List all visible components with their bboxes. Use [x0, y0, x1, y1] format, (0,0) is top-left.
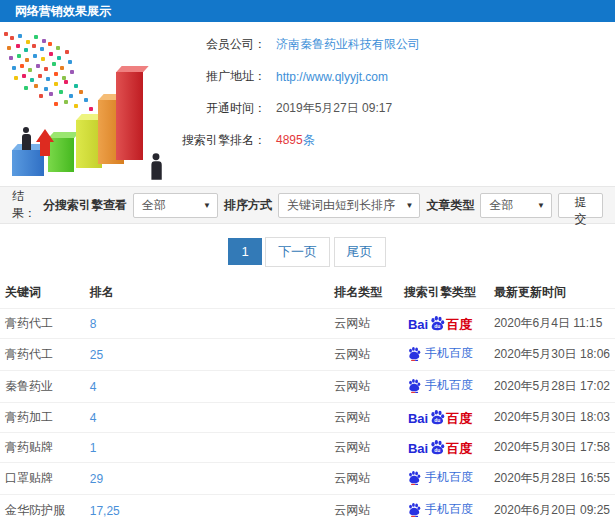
- opened-label: 开通时间：: [178, 100, 266, 117]
- table-row[interactable]: 金华防护服 17,25 云网站 Baidu百度 手机百度 2020年6月20日 …: [0, 495, 615, 520]
- rank-type-cell: 云网站: [329, 463, 391, 495]
- rank-type-cell: 云网站: [329, 433, 391, 463]
- svg-text:du: du: [434, 447, 440, 453]
- engine-type-cell: Baidu百度 手机百度: [391, 371, 489, 403]
- url-label: 推广地址：: [178, 68, 266, 85]
- sort-filter-value: 关键词由短到长排序: [287, 197, 395, 214]
- opened-value: 2019年5月27日 09:17: [276, 100, 392, 117]
- svg-text:du: du: [434, 323, 440, 329]
- engine-type-cell: Baidu百度 手机百度: [391, 309, 489, 339]
- keyword-cell: 膏药代工: [0, 339, 85, 371]
- rank-type-cell: 云网站: [329, 495, 391, 520]
- bar-chart-illustration: [0, 30, 178, 180]
- results-label: 结果：: [12, 188, 43, 222]
- rank-cell[interactable]: 4: [85, 371, 329, 403]
- company-link[interactable]: 济南秦鲁药业科技有限公司: [276, 36, 420, 53]
- chart-bar-red: [116, 72, 143, 160]
- mobile-baidu-badge: 手机百度: [407, 345, 473, 362]
- page-title: 网络营销效果展示: [0, 0, 615, 22]
- table-row[interactable]: 膏药代工 25 云网站 Baidu百度 手机百度 2020年5月30日 18:0…: [0, 339, 615, 371]
- mobile-baidu-badge: 手机百度: [407, 501, 473, 518]
- growth-arrow-icon: [36, 129, 54, 142]
- rank-cell[interactable]: 4: [85, 403, 329, 433]
- rank-count-number: 4895: [276, 133, 303, 147]
- promotion-url-link[interactable]: http://www.qlyyjt.com: [276, 70, 388, 84]
- rank-cell[interactable]: 1: [85, 433, 329, 463]
- sort-filter-select[interactable]: 关键词由短到长排序 ▼: [278, 193, 420, 218]
- keyword-cell: 金华防护服: [0, 495, 85, 520]
- engine-type-cell: Baidu百度 手机百度: [391, 403, 489, 433]
- chevron-down-icon: ▼: [406, 201, 414, 210]
- header-updated: 最新更新时间: [489, 277, 615, 309]
- rank-count-unit: 条: [303, 133, 315, 147]
- businessman-figure-left: [20, 127, 32, 150]
- article-filter-select[interactable]: 全部 ▼: [480, 193, 552, 218]
- last-page-button[interactable]: 尾页: [334, 237, 386, 267]
- keyword-cell: 膏药代工: [0, 309, 85, 339]
- engine-type-cell: Baidu百度 手机百度: [391, 339, 489, 371]
- info-row-url: 推广地址： http://www.qlyyjt.com: [178, 68, 615, 85]
- baidu-paw-icon: [407, 470, 421, 485]
- rank-type-cell: 云网站: [329, 309, 391, 339]
- updated-cell: 2020年5月30日 18:06: [489, 339, 615, 371]
- info-row-rank-count: 搜索引擎排名： 4895条: [178, 132, 615, 149]
- rank-cell[interactable]: 25: [85, 339, 329, 371]
- header-engine-type: 搜索引擎类型: [391, 277, 489, 309]
- engine-type-cell: Baidu百度 手机百度: [391, 495, 489, 520]
- rank-count-label: 搜索引擎排名：: [178, 132, 266, 149]
- marketing-report-page: 网络营销效果展示 会员公司： 济南秦鲁药业科技有限公司 推广地址：: [0, 0, 615, 520]
- chevron-down-icon: ▼: [203, 201, 211, 210]
- info-row-company: 会员公司： 济南秦鲁药业科技有限公司: [178, 36, 615, 53]
- table-row[interactable]: 口罩贴牌 29 云网站 Baidu百度 手机百度 2020年5月28日 16:5…: [0, 463, 615, 495]
- rank-cell[interactable]: 17,25: [85, 495, 329, 520]
- baidu-paw-icon: [407, 346, 421, 361]
- rank-cell[interactable]: 29: [85, 463, 329, 495]
- table-row[interactable]: 膏药代工 8 云网站 Baidu百度 手机百度 2020年6月4日 11:15: [0, 309, 615, 339]
- results-filter-bar: 结果： 分搜索引擎查看 全部 ▼ 排序方式 关键词由短到长排序 ▼ 文章类型 全…: [0, 186, 615, 224]
- keyword-cell: 秦鲁药业: [0, 371, 85, 403]
- baidu-paw-icon: du: [429, 409, 445, 425]
- header-rank: 排名: [85, 277, 329, 309]
- updated-cell: 2020年5月30日 18:03: [489, 403, 615, 433]
- updated-cell: 2020年5月28日 17:02: [489, 371, 615, 403]
- header-rank-type: 排名类型: [329, 277, 391, 309]
- results-table: 关键词 排名 排名类型 搜索引擎类型 最新更新时间 膏药代工 8 云网站 Bai…: [0, 277, 615, 520]
- keyword-cell: 膏药贴牌: [0, 433, 85, 463]
- rank-type-cell: 云网站: [329, 403, 391, 433]
- confetti-decoration: [4, 32, 8, 36]
- company-label: 会员公司：: [178, 36, 266, 53]
- engine-type-cell: Baidu百度 手机百度: [391, 433, 489, 463]
- results-table-body: 膏药代工 8 云网站 Baidu百度 手机百度 2020年6月4日 11:15 …: [0, 309, 615, 520]
- baidu-pc-logo: Baidu百度: [408, 439, 472, 455]
- baidu-paw-icon: du: [429, 315, 445, 331]
- sort-filter-label: 排序方式: [224, 197, 272, 214]
- baidu-paw-icon: [407, 502, 421, 517]
- info-row-opened: 开通时间： 2019年5月27日 09:17: [178, 100, 615, 117]
- baidu-paw-icon: du: [429, 439, 445, 455]
- rank-cell[interactable]: 8: [85, 309, 329, 339]
- chevron-down-icon: ▼: [537, 201, 545, 210]
- submit-button[interactable]: 提交: [558, 193, 603, 218]
- page-button-1[interactable]: 1: [228, 238, 261, 265]
- rank-count-value: 4895条: [276, 132, 315, 149]
- engine-filter-select[interactable]: 全部 ▼: [133, 193, 218, 218]
- baidu-paw-icon: [407, 378, 421, 393]
- next-page-button[interactable]: 下一页: [265, 237, 330, 267]
- filters-group: 分搜索引擎查看 全部 ▼ 排序方式 关键词由短到长排序 ▼ 文章类型 全部 ▼ …: [43, 193, 603, 218]
- table-row[interactable]: 膏药加工 4 云网站 Baidu百度 手机百度 2020年5月30日 18:03: [0, 403, 615, 433]
- mobile-baidu-badge: 手机百度: [407, 469, 473, 486]
- table-row[interactable]: 秦鲁药业 4 云网站 Baidu百度 手机百度 2020年5月28日 17:02: [0, 371, 615, 403]
- mobile-baidu-badge: 手机百度: [407, 377, 473, 394]
- engine-filter-value: 全部: [142, 197, 166, 214]
- updated-cell: 2020年6月20日 09:25: [489, 495, 615, 520]
- table-row[interactable]: 膏药贴牌 1 云网站 Baidu百度 手机百度 2020年5月30日 17:58: [0, 433, 615, 463]
- rank-type-cell: 云网站: [329, 371, 391, 403]
- updated-cell: 2020年5月28日 16:55: [489, 463, 615, 495]
- pagination: 1 下一页 尾页: [0, 224, 615, 277]
- article-filter-value: 全部: [489, 197, 513, 214]
- businessman-figure-right: [149, 153, 163, 179]
- svg-text:du: du: [434, 417, 440, 423]
- keyword-cell: 膏药加工: [0, 403, 85, 433]
- updated-cell: 2020年5月30日 17:58: [489, 433, 615, 463]
- updated-cell: 2020年6月4日 11:15: [489, 309, 615, 339]
